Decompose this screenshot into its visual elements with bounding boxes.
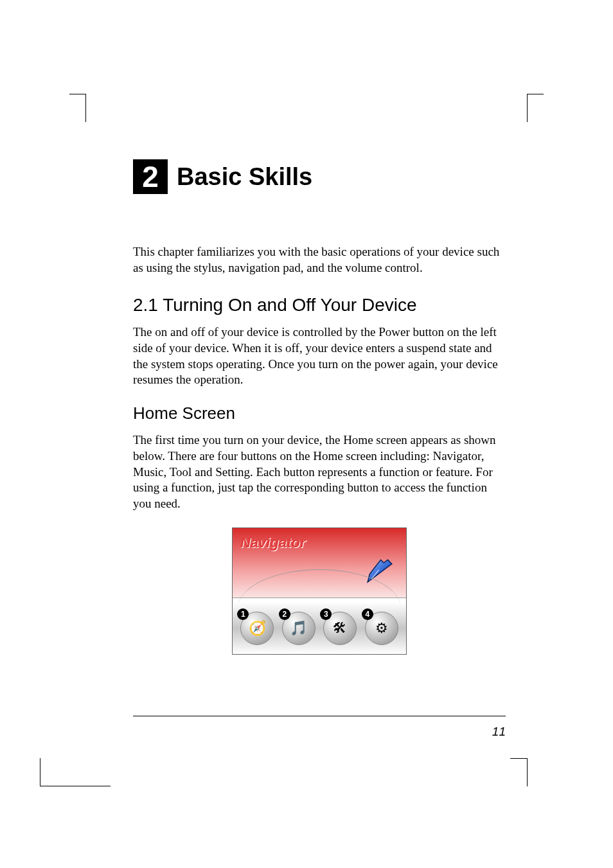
screenshot-header-panel: Navigator — [233, 528, 406, 598]
callout-badge-3: 3 — [320, 608, 332, 620]
chapter-header: 2 Basic Skills — [133, 159, 506, 194]
crop-mark — [85, 94, 86, 122]
chapter-number-box: 2 — [133, 159, 168, 194]
compass-icon: 🧭 — [249, 620, 266, 637]
chapter-intro: This chapter familiarizes you with the b… — [133, 244, 506, 276]
section-heading: 2.1 Turning On and Off Your Device — [133, 295, 506, 315]
music-icon: 🎵 — [290, 620, 307, 637]
crop-mark — [40, 786, 111, 786]
crop-mark — [40, 758, 40, 786]
subsection-heading: Home Screen — [133, 403, 506, 423]
home-screen-screenshot: Navigator 1 🧭 — [232, 527, 407, 655]
home-button-setting[interactable]: 4 ⚙ — [365, 612, 398, 645]
crop-mark — [510, 758, 527, 759]
crop-mark — [69, 94, 86, 94]
chapter-title: Basic Skills — [177, 163, 312, 191]
callout-badge-4: 4 — [362, 608, 373, 620]
crop-mark — [527, 758, 528, 786]
callout-badge-1: 1 — [237, 608, 249, 620]
home-button-music[interactable]: 2 🎵 — [282, 612, 315, 645]
home-button-tool[interactable]: 3 🛠 — [323, 612, 357, 645]
tool-icon: 🛠 — [333, 620, 347, 637]
callout-badge-2: 2 — [279, 608, 290, 620]
screenshot-button-row: 1 🧭 2 🎵 3 🛠 4 ⚙ — [233, 603, 406, 654]
home-button-navigator[interactable]: 1 🧭 — [240, 612, 274, 645]
section-body: The on and off of your device is control… — [133, 324, 506, 388]
crop-mark — [527, 94, 528, 122]
page: 2 Basic Skills This chapter familiarizes… — [0, 0, 613, 868]
navigator-label: Navigator — [240, 535, 305, 551]
subsection-body: The first time you turn on your device, … — [133, 432, 506, 511]
page-number: 11 — [492, 725, 506, 739]
crop-mark — [527, 94, 544, 94]
content-column: 2 Basic Skills This chapter familiarizes… — [133, 159, 506, 655]
gear-icon: ⚙ — [375, 620, 388, 637]
footer-rule — [133, 716, 506, 716]
